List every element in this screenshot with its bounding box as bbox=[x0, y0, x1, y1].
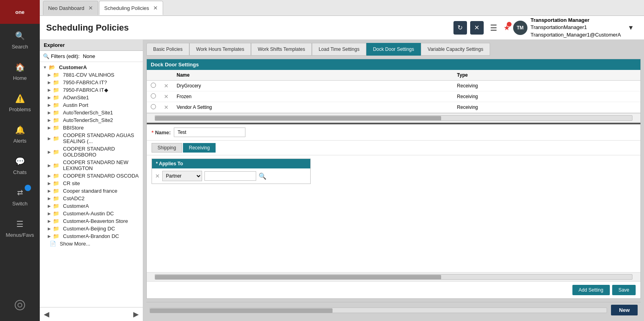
tree-item[interactable]: ▶📁 7950-FABRICA IT◆ bbox=[40, 86, 143, 94]
tab-scheduling-policies[interactable]: Scheduling Policies ✕ bbox=[99, 1, 163, 15]
policy-tab-dock-door-settings[interactable]: Dock Door Settings bbox=[366, 43, 421, 56]
applies-to-search-button[interactable]: 🔍 bbox=[259, 172, 267, 180]
applies-to-panel: * Applies To ✕ Partner Site All 🔍 bbox=[152, 159, 311, 184]
tree-item[interactable]: ▶📁 CustomerA-Beaverton Store bbox=[40, 217, 143, 225]
sidebar-item-alerts[interactable]: 🔔 Alerts bbox=[0, 118, 40, 149]
bottom-scrollbar[interactable] bbox=[150, 307, 607, 313]
notification-icon[interactable]: ★ bbox=[504, 23, 510, 32]
tree-item[interactable]: ▶📁 COOPER STANDARD AGUAS SEALING (... bbox=[40, 131, 143, 145]
app-logo[interactable]: one bbox=[0, 0, 40, 24]
section-title: Dock Door Settings bbox=[151, 62, 199, 68]
close-button[interactable]: ✕ bbox=[470, 21, 484, 35]
tree-item[interactable]: ▶📁 CustomerA-Beijing DC bbox=[40, 225, 143, 232]
filter-icon: 🔍 bbox=[43, 53, 49, 59]
sidebar-item-home[interactable]: 🏠 Home bbox=[0, 55, 40, 87]
applies-to-value-input[interactable] bbox=[204, 171, 256, 181]
explorer-title: Explorer bbox=[40, 40, 143, 51]
explorer-next-btn[interactable]: ▶ bbox=[131, 309, 141, 319]
tree-folder-icon: 📁 bbox=[53, 180, 59, 186]
content-area: Explorer 🔍 Filters (edit): None ▼📂 Custo… bbox=[40, 40, 644, 321]
explorer-panel: Explorer 🔍 Filters (edit): None ▼📂 Custo… bbox=[40, 40, 143, 321]
tree-item[interactable]: ▶📁 COOPER STANDARD NEW LEXINGTON bbox=[40, 159, 143, 172]
row-radio[interactable] bbox=[151, 83, 156, 88]
row-delete-button[interactable]: ✕ bbox=[164, 104, 169, 110]
tree-item[interactable]: ▶📁 Cooper standard france bbox=[40, 187, 143, 195]
tree-item[interactable]: ▶📁 AutoTenderSch_Site2 bbox=[40, 116, 143, 124]
tree-item[interactable]: ▶📁 AOwnSite1 bbox=[40, 94, 143, 101]
new-button[interactable]: New bbox=[611, 305, 638, 315]
tree-item[interactable]: ▶📁 CstADC2 bbox=[40, 195, 143, 202]
tree-label: AutoTenderSch_Site1 bbox=[63, 110, 113, 116]
tree-folder-icon: 📁 bbox=[53, 149, 59, 155]
tree-expand-icon: ▶ bbox=[48, 189, 51, 193]
explorer-tree: ▼📂 CustomerA▶📁 7881-CDV VALINHOS▶📁 7950-… bbox=[40, 62, 143, 307]
tree-item[interactable]: ▶📁 CR site bbox=[40, 180, 143, 187]
tree-folder-icon: 📁 bbox=[53, 79, 59, 85]
tree-item[interactable]: ▶📁 AutoTenderSch_Site1 bbox=[40, 109, 143, 116]
h-scrollbar-bottom[interactable] bbox=[147, 272, 640, 281]
tree-expand-icon: ▶ bbox=[48, 211, 51, 216]
sidebar-item-menus[interactable]: ☰ Menus/Favs bbox=[0, 212, 40, 244]
tree-expand-icon: ▶ bbox=[48, 110, 51, 115]
tree-item[interactable]: ▼📂 CustomerA bbox=[40, 64, 143, 71]
sidebar-item-search[interactable]: 🔍 Search bbox=[0, 24, 40, 55]
row-radio[interactable] bbox=[151, 93, 156, 99]
tree-label: CstADC2 bbox=[63, 195, 84, 201]
name-input[interactable] bbox=[174, 128, 245, 137]
tab-neo-dashboard[interactable]: Neo Dashboard ✕ bbox=[43, 1, 98, 15]
user-info: Transportation Manager TransportationMan… bbox=[531, 17, 621, 39]
tree-label: 7950-FABRICA IT◆ bbox=[63, 87, 108, 93]
sidebar-item-settings[interactable] bbox=[0, 293, 40, 317]
policy-tab-work-hours-templates[interactable]: Work Hours Templates bbox=[189, 43, 251, 56]
user-sub2: Transportation_Manager1@CustomerA bbox=[531, 31, 621, 39]
tree-item[interactable]: ▶📁 COOPER STANDARD OSCODA bbox=[40, 172, 143, 180]
applies-to-body: ✕ Partner Site All 🔍 bbox=[152, 168, 310, 184]
table-row[interactable]: ✕ DryGrocery Receiving bbox=[147, 81, 640, 91]
user-dropdown-button[interactable]: ▼ bbox=[624, 21, 638, 35]
tree-expand-icon: ▶ bbox=[48, 73, 51, 77]
table-row[interactable]: ✕ Frozen Receiving bbox=[147, 91, 640, 102]
sidebar-item-switch[interactable]: ⇄ Switch bbox=[0, 181, 40, 212]
lower-edit-region: * Name: ShippingReceiving * Applies To ✕… bbox=[147, 124, 640, 298]
policy-tab-basic-policies[interactable]: Basic Policies bbox=[146, 43, 189, 56]
tree-expand-icon: ▶ bbox=[48, 196, 51, 201]
refresh-button[interactable]: ↻ bbox=[453, 21, 467, 35]
h-scrollbar-top[interactable] bbox=[147, 113, 640, 123]
applies-to-type-select[interactable]: Partner Site All bbox=[162, 171, 202, 181]
header-actions: ↻ ✕ ☰ ★ TM Transportation Manager Transp… bbox=[453, 17, 638, 39]
tree-item[interactable]: ▶📁 7950-FABRICA IT? bbox=[40, 79, 143, 86]
tree-item[interactable]: ▶📁 CustomerA bbox=[40, 202, 143, 210]
row-delete-button[interactable]: ✕ bbox=[164, 83, 169, 89]
tab-close-scheduling[interactable]: ✕ bbox=[153, 5, 158, 11]
row-delete-button[interactable]: ✕ bbox=[164, 93, 169, 100]
tree-item[interactable]: ▶📁 CustomerA-Austin DC bbox=[40, 210, 143, 217]
tree-expand-icon: ▶ bbox=[48, 204, 51, 208]
sidebar-item-chats[interactable]: 💬 Chats bbox=[0, 149, 40, 181]
row-radio[interactable] bbox=[151, 104, 156, 109]
tree-item[interactable]: ▶📁 BBIStore bbox=[40, 124, 143, 131]
tree-item[interactable]: ▶📁 COOPER STANDARD GOLDSBORO bbox=[40, 145, 143, 159]
notification-area: ★ bbox=[504, 23, 510, 32]
policy-tab-work-shifts-templates[interactable]: Work Shifts Templates bbox=[251, 43, 312, 56]
explorer-prev-btn[interactable]: ◀ bbox=[41, 309, 52, 319]
delete-row-button[interactable]: ✕ bbox=[155, 173, 160, 179]
sidebar-item-problems[interactable]: ⚠️ Problems bbox=[0, 87, 40, 118]
tree-label: COOPER STANDARD NEW LEXINGTON bbox=[63, 159, 140, 171]
tree-item[interactable]: ▶📁 7881-CDV VALINHOS bbox=[40, 71, 143, 79]
sub-tab-shipping[interactable]: Shipping bbox=[152, 143, 182, 153]
tree-expand-icon: ▶ bbox=[48, 118, 51, 122]
tab-close-neo[interactable]: ✕ bbox=[88, 5, 93, 11]
filter-value: None bbox=[83, 53, 95, 59]
sub-tab-receiving[interactable]: Receiving bbox=[183, 143, 216, 153]
add-setting-button[interactable]: Add Setting bbox=[572, 285, 610, 295]
sub-tabs: ShippingReceiving bbox=[147, 141, 640, 155]
tree-item[interactable]: ▶📁 Austin Port bbox=[40, 101, 143, 109]
tree-expand-icon: ▶ bbox=[48, 234, 51, 238]
tree-item[interactable]: ▶📁 CustomerA-Brandon DC bbox=[40, 232, 143, 240]
policy-tab-load-time-settings[interactable]: Load Time Settings bbox=[312, 43, 366, 56]
tree-item[interactable]: 📄 Show More... bbox=[40, 240, 143, 248]
save-button[interactable]: Save bbox=[612, 285, 636, 295]
table-row[interactable]: ✕ Vendor A Setting Receiving bbox=[147, 102, 640, 113]
policy-tab-variable-capacity-settings[interactable]: Variable Capacity Settings bbox=[421, 43, 490, 56]
menu-button[interactable]: ☰ bbox=[487, 21, 500, 35]
